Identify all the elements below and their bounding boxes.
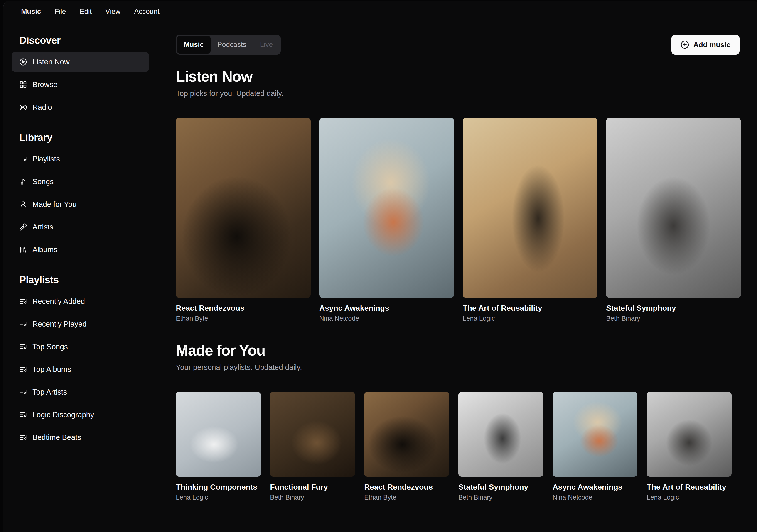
album-card[interactable]: React Rendezvous Ethan Byte: [176, 118, 311, 322]
section-heading-made-for-you: Made for You: [176, 342, 740, 359]
sidebar-item-songs[interactable]: Songs: [12, 172, 149, 192]
album-title: The Art of Reusability: [463, 304, 597, 313]
album-cover-image: [463, 118, 597, 298]
playlist-card[interactable]: Stateful Symphony Beth Binary: [458, 392, 543, 501]
sidebar-item-label: Listen Now: [32, 58, 70, 66]
playlist-card[interactable]: Thinking Components Lena Logic: [176, 392, 261, 501]
menu-file[interactable]: File: [48, 1, 73, 22]
playlist-artist: Lena Logic: [176, 494, 261, 501]
topbar: Music Podcasts Live Add music: [176, 35, 740, 55]
grid-icon: [19, 81, 27, 88]
tab-podcasts[interactable]: Podcasts: [211, 36, 253, 53]
list-music-icon: [19, 388, 27, 396]
main-content: Music Podcasts Live Add music Listen Now…: [157, 22, 757, 532]
sidebar-item-albums[interactable]: Albums: [12, 240, 149, 260]
album-card[interactable]: Stateful Symphony Beth Binary: [606, 118, 741, 322]
sidebar-item-top-artists[interactable]: Top Artists: [12, 382, 149, 402]
album-artist: Nina Netcode: [319, 315, 454, 322]
menu-music[interactable]: Music: [14, 1, 48, 22]
album-title: React Rendezvous: [176, 304, 311, 313]
album-artist: Ethan Byte: [176, 315, 311, 322]
menubar: Music File Edit View Account: [3, 1, 757, 22]
sidebar-item-artists[interactable]: Artists: [12, 217, 149, 237]
tab-music[interactable]: Music: [177, 36, 211, 53]
sidebar-item-logic-discography[interactable]: Logic Discography: [12, 405, 149, 425]
add-music-button[interactable]: Add music: [672, 35, 740, 55]
content-tabs: Music Podcasts Live: [176, 35, 281, 55]
sidebar-item-label: Playlists: [32, 154, 60, 163]
playlist-cover-image: [364, 392, 449, 477]
add-music-label: Add music: [693, 41, 730, 49]
listen-now-card-row: React Rendezvous Ethan Byte Async Awaken…: [176, 118, 740, 322]
play-circle-icon: [19, 58, 27, 66]
sidebar: Discover Listen Now Browse: [3, 22, 157, 532]
album-card[interactable]: Async Awakenings Nina Netcode: [319, 118, 454, 322]
sidebar-item-listen-now[interactable]: Listen Now: [12, 52, 149, 72]
sidebar-item-label: Albums: [32, 245, 57, 254]
sidebar-item-top-albums[interactable]: Top Albums: [12, 359, 149, 379]
sidebar-item-label: Top Songs: [32, 342, 68, 351]
playlist-artist: Lena Logic: [647, 494, 732, 501]
separator: [176, 108, 740, 108]
sidebar-item-made-for-you[interactable]: Made for You: [12, 194, 149, 214]
sidebar-item-label: Radio: [32, 103, 52, 112]
sidebar-item-label: Made for You: [32, 200, 77, 209]
playlist-card[interactable]: Functional Fury Beth Binary: [270, 392, 355, 501]
sidebar-item-bedtime-beats[interactable]: Bedtime Beats: [12, 428, 149, 447]
playlist-artist: Beth Binary: [458, 494, 543, 501]
user-icon: [19, 201, 27, 208]
sidebar-item-label: Logic Discography: [32, 410, 94, 419]
circle-plus-icon: [681, 41, 689, 49]
list-music-icon: [19, 434, 27, 441]
menu-edit[interactable]: Edit: [73, 1, 99, 22]
album-card[interactable]: The Art of Reusability Lena Logic: [463, 118, 597, 322]
sidebar-item-label: Browse: [32, 80, 57, 89]
sidebar-item-label: Recently Added: [32, 297, 85, 306]
list-music-icon: [19, 411, 27, 419]
section-subheading-made-for-you: Your personal playlists. Updated daily.: [176, 363, 740, 372]
section-heading-listen-now: Listen Now: [176, 68, 740, 85]
sidebar-item-playlists[interactable]: Playlists: [12, 149, 149, 169]
app-window: Music File Edit View Account Discover Li…: [3, 1, 757, 532]
playlist-artist: Nina Netcode: [553, 494, 637, 501]
sidebar-heading-playlists: Playlists: [12, 274, 149, 286]
playlist-card[interactable]: React Rendezvous Ethan Byte: [364, 392, 449, 501]
made-for-you-card-row: Thinking Components Lena Logic Functiona…: [176, 392, 740, 501]
album-title: Stateful Symphony: [606, 304, 741, 313]
sidebar-item-recently-added[interactable]: Recently Added: [12, 292, 149, 311]
playlist-title: Stateful Symphony: [458, 483, 543, 491]
playlist-title: The Art of Reusability: [647, 483, 732, 491]
microphone-icon: [19, 223, 27, 231]
playlist-cover-image: [553, 392, 637, 477]
sidebar-item-top-songs[interactable]: Top Songs: [12, 337, 149, 357]
sidebar-heading-library: Library: [12, 132, 149, 143]
playlist-cover-image: [176, 392, 261, 477]
sidebar-item-label: Bedtime Beats: [32, 433, 81, 442]
playlist-cover-image: [647, 392, 732, 477]
playlist-cover-image: [458, 392, 543, 477]
radio-icon: [19, 103, 27, 111]
tab-live[interactable]: Live: [253, 36, 280, 53]
sidebar-item-browse[interactable]: Browse: [12, 74, 149, 95]
library-icon: [19, 246, 27, 254]
playlist-title: Async Awakenings: [553, 483, 637, 491]
playlist-title: Thinking Components: [176, 483, 261, 491]
playlist-artist: Beth Binary: [270, 494, 355, 501]
playlist-artist: Ethan Byte: [364, 494, 449, 501]
album-cover-image: [176, 118, 311, 298]
playlist-title: React Rendezvous: [364, 483, 449, 491]
list-music-icon: [19, 155, 27, 163]
playlist-card[interactable]: The Art of Reusability Lena Logic: [647, 392, 732, 501]
sidebar-item-recently-played[interactable]: Recently Played: [12, 314, 149, 334]
album-cover-image: [606, 118, 741, 298]
album-title: Async Awakenings: [319, 304, 454, 313]
album-artist: Beth Binary: [606, 315, 741, 322]
playlist-title: Functional Fury: [270, 483, 355, 491]
menu-account[interactable]: Account: [127, 1, 166, 22]
sidebar-item-radio[interactable]: Radio: [12, 97, 149, 117]
menu-view[interactable]: View: [99, 1, 127, 22]
separator: [176, 382, 740, 382]
sidebar-section-discover: Discover Listen Now Browse: [12, 35, 149, 117]
playlist-card[interactable]: Async Awakenings Nina Netcode: [553, 392, 637, 501]
sidebar-item-label: Recently Played: [32, 320, 86, 328]
